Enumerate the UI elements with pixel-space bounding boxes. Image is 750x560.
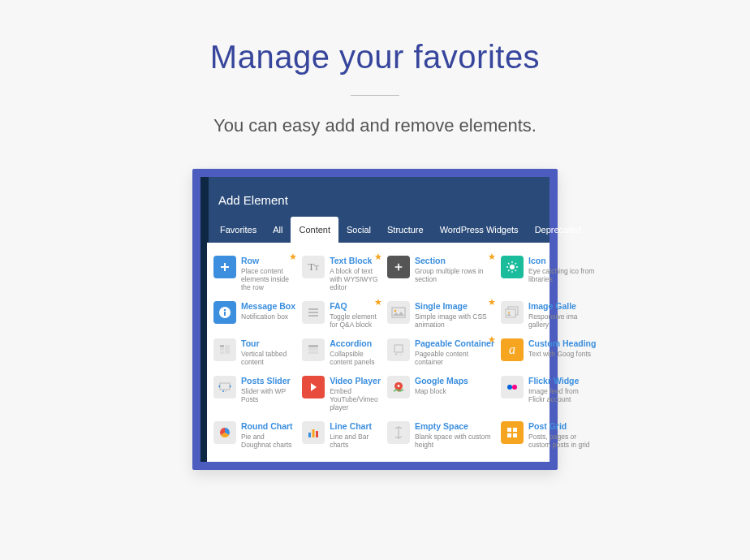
page-title: Manage your favorites [0,39,750,75]
svg-rect-41 [507,428,511,432]
slider-icon [213,376,236,398]
element-pageable-container[interactable]: Pageable ContainerPageable content conta… [384,334,498,371]
element-single-image[interactable]: Single ImageSimple image with CSS animat… [384,296,498,334]
pie-icon [213,421,236,444]
svg-rect-13 [308,312,318,313]
tab-structure[interactable]: Structure [379,217,432,243]
svg-rect-43 [507,433,511,437]
element-post-grid[interactable]: Post GridPosts, pages or custom posts in… [498,416,599,454]
text-icon: TT [302,256,325,278]
element-description: Eye catching ico from libraries [528,267,596,283]
element-title: Icon [528,256,596,266]
element-posts-slider[interactable]: Posts SliderSlider with WP Posts [210,371,299,416]
svg-point-19 [508,312,510,313]
element-accordion[interactable]: AccordionCollapsible content panels [299,334,384,371]
element-description: Responsive ima gallery [528,312,596,329]
svg-rect-20 [220,345,224,347]
svg-point-28 [395,354,397,355]
list-icon [302,301,325,324]
element-video-player[interactable]: Video PlayerEmbed YouTube/Vimeo player [299,371,384,416]
element-title: Line Chart [330,421,381,432]
star-icon[interactable]: ★ [374,298,382,307]
element-google-maps[interactable]: Google MapsMap block [384,371,498,416]
element-description: Blank space with custom height [415,433,494,449]
element-line-chart[interactable]: Line ChartLine and Bar charts [299,416,384,454]
element-description: Group multiple rows in section [415,267,494,283]
svg-point-10 [224,309,226,311]
flickr-icon [501,376,524,398]
svg-rect-27 [394,345,403,352]
element-title: Google Maps [415,376,494,386]
element-title: Video Player [330,376,381,386]
element-image-galle[interactable]: Image GalleResponsive ima gallery [498,296,599,334]
element-description: Slider with WP Posts [241,387,295,403]
element-title: Empty Space [415,421,494,432]
element-description: Vertical tabbed content [241,350,295,366]
element-custom-heading[interactable]: aCustom HeadingText with Goog fonts [498,334,599,371]
tab-deprecated[interactable]: Deprecated [527,217,589,243]
element-description: Text with Goog fonts [528,350,596,358]
svg-rect-42 [513,428,517,432]
element-title: FAQ [330,301,381,312]
star-icon[interactable]: ★ [488,335,496,344]
element-title: Round Chart [241,421,295,432]
element-title: Row [241,256,295,266]
element-message-box[interactable]: Message BoxNotification box [210,296,299,334]
elements-grid: RowPlace content elements inside the row… [207,243,550,462]
svg-point-35 [507,385,512,390]
star-icon[interactable]: ★ [374,252,382,261]
svg-point-0 [510,265,515,269]
plus-dark-icon [387,256,410,278]
a-icon: a [501,338,524,361]
svg-rect-25 [308,348,318,351]
svg-line-5 [508,263,510,265]
svg-point-29 [398,354,399,355]
svg-rect-14 [308,315,318,317]
svg-line-8 [515,263,517,265]
svg-rect-38 [312,429,315,437]
star-icon[interactable]: ★ [488,298,496,307]
tab-social[interactable]: Social [338,217,379,243]
element-round-chart[interactable]: Round ChartPie and Doughnat charts [210,416,299,454]
element-description: Collapsible content panels [330,350,381,366]
image-icon [387,301,410,324]
svg-rect-44 [513,433,517,437]
svg-rect-12 [308,308,318,310]
element-description: A block of text with WYSIWYG editor [330,267,381,292]
element-text-block[interactable]: TTText BlockA block of text with WYSIWYG… [299,251,384,296]
element-title: Post Grid [528,421,596,432]
svg-rect-18 [506,309,515,317]
grid-icon [501,421,524,444]
pages-icon [387,338,410,361]
element-flickr-widge[interactable]: Flickr WidgeImage feed from Flickr accou… [498,371,599,416]
map-icon [387,376,410,398]
tab-favorites[interactable]: Favorites [212,217,265,243]
element-title: Posts Slider [241,376,295,386]
tab-all[interactable]: All [265,217,291,243]
element-empty-space[interactable]: Empty SpaceBlank space with custom heigh… [384,416,498,454]
sun-icon [501,256,524,278]
element-title: Tour [241,338,295,349]
star-icon[interactable]: ★ [488,252,496,261]
element-tour[interactable]: TourVertical tabbed content [210,334,299,371]
element-faq[interactable]: FAQToggle element for Q&A block★ [299,296,384,334]
element-description: Line and Bar charts [330,433,381,449]
svg-point-16 [394,310,397,312]
tab-content[interactable]: Content [291,217,338,243]
tab-wordpress-widgets[interactable]: WordPress Widgets [432,217,527,243]
element-description: Pageable content container [415,350,494,366]
element-section[interactable]: SectionGroup multiple rows in section★ [384,251,498,296]
modal-wrapper: Add Element FavoritesAllContentSocialStr… [192,169,558,470]
element-description: Pie and Doughnat charts [241,433,295,449]
svg-point-30 [400,354,402,355]
element-icon[interactable]: IconEye catching ico from libraries [498,251,599,296]
svg-point-32 [222,390,224,392]
element-title: Section [415,256,494,266]
tabs: FavoritesAllContentSocialStructureWordPr… [200,217,550,243]
info-icon [213,301,236,324]
svg-point-33 [225,390,226,392]
element-row[interactable]: RowPlace content elements inside the row… [210,251,299,296]
svg-rect-31 [220,383,230,390]
space-icon [387,421,410,444]
star-icon[interactable]: ★ [289,252,297,261]
